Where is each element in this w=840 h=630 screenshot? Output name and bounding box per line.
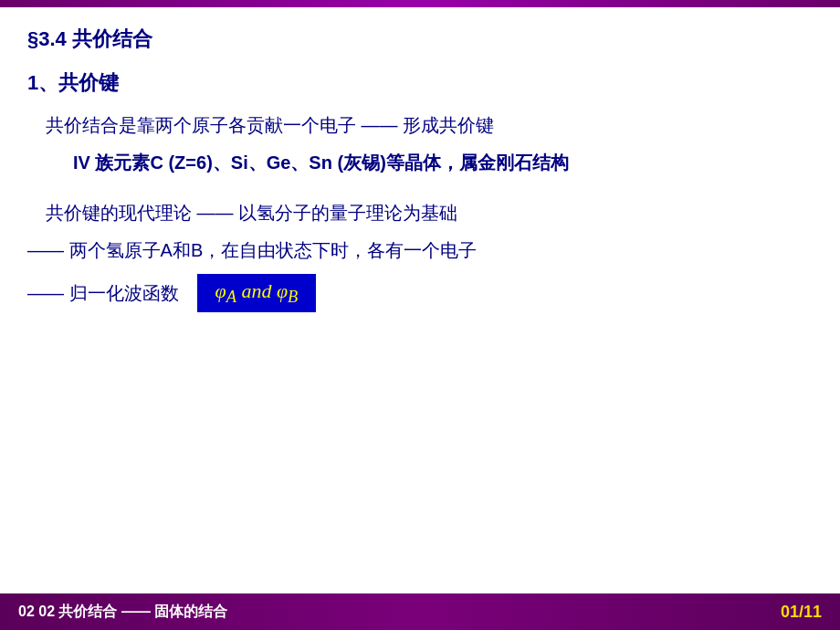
top-bar — [0, 0, 840, 7]
bottom-bar: 02 02 共价结合 —— 固体的结合 01/11 — [0, 593, 840, 630]
para2: IV 族元素C (Z=6)、Si、Ge、Sn (灰锡)等晶体，属金刚石结构 — [27, 151, 813, 175]
footer-left: 02 02 共价结合 —— 固体的结合 — [18, 603, 227, 622]
dash1: —— 两个氢原子A和B，在自由状态下时，各有一个电子 — [27, 238, 813, 263]
footer-right: 01/11 — [781, 603, 822, 622]
content-area: §3.4 共价结合 1、共价键 共价结合是靠两个原子各贡献一个电子 —— 形成共… — [0, 7, 840, 593]
slide: §3.4 共价结合 1、共价键 共价结合是靠两个原子各贡献一个电子 —— 形成共… — [0, 0, 840, 630]
para1: 共价结合是靠两个原子各贡献一个电子 —— 形成共价键 — [27, 113, 813, 138]
spacer1 — [27, 188, 813, 201]
math-box: φA and φB — [197, 274, 317, 312]
and-text: and — [241, 279, 277, 302]
heading1: 1、共价键 — [27, 69, 813, 97]
phi-a: φA — [215, 279, 236, 302]
phi-b: φB — [277, 279, 298, 302]
para3: 共价键的现代理论 —— 以氢分子的量子理论为基础 — [27, 201, 813, 226]
section-title: §3.4 共价结合 — [27, 26, 813, 53]
dash2-container: —— 归一化波函数 φA and φB — [27, 274, 813, 312]
dash2-prefix: —— 归一化波函数 — [27, 281, 179, 306]
